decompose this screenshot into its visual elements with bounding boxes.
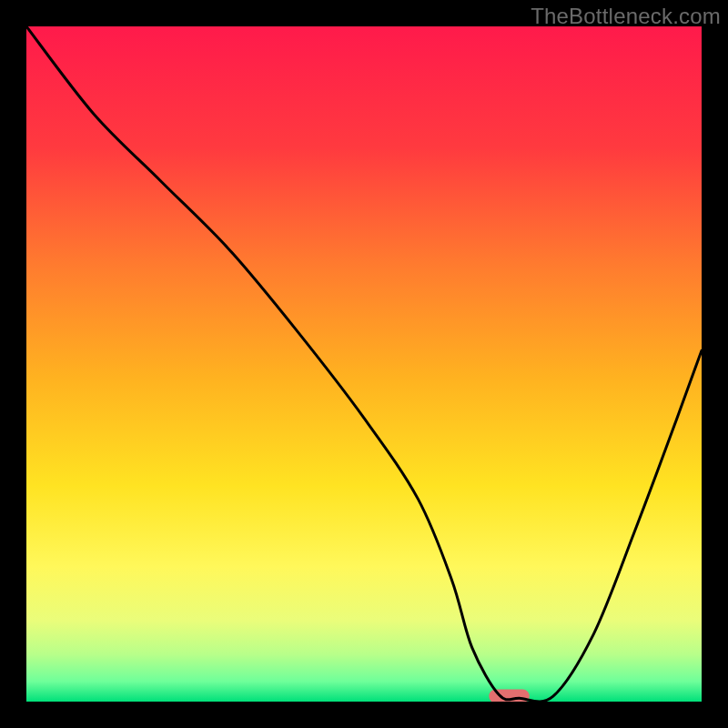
chart-svg	[26, 26, 702, 702]
watermark-text: TheBottleneck.com	[531, 4, 721, 29]
chart-background	[26, 26, 702, 702]
chart-frame	[26, 26, 702, 702]
